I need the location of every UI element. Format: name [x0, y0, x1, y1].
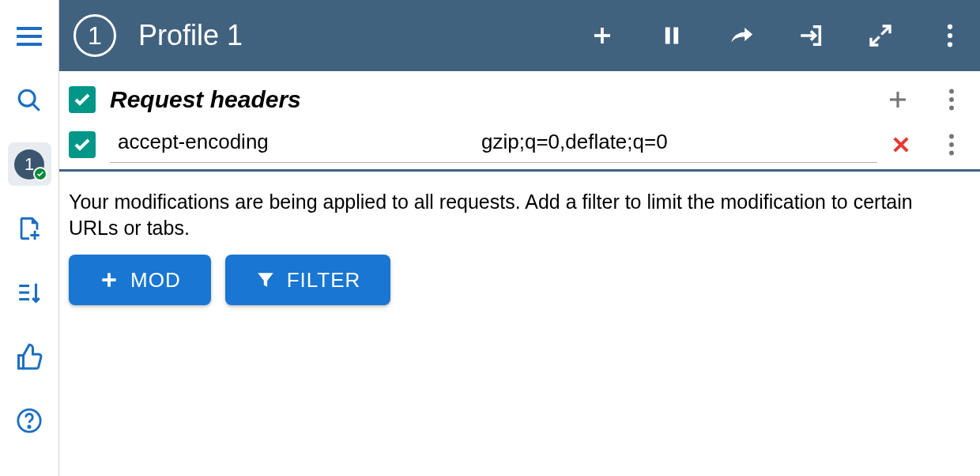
help-icon: [16, 407, 43, 434]
pause-icon: [661, 25, 683, 47]
profile-badge-number: 1: [24, 154, 34, 175]
check-badge-icon: [33, 167, 47, 181]
row-more-button[interactable]: [937, 130, 966, 159]
more-vertical-icon: [948, 134, 955, 156]
sidebar-add-file-button[interactable]: [8, 206, 51, 250]
svg-point-27: [949, 151, 954, 156]
header-more-button[interactable]: [934, 20, 966, 51]
section-more-button[interactable]: [937, 85, 966, 114]
main-content: 1 Profile 1: [59, 0, 980, 476]
profile-badge: 1: [14, 149, 44, 179]
row-delete-button[interactable]: [887, 130, 915, 159]
header-add-button[interactable]: [586, 20, 618, 51]
header-entry-row: [59, 122, 980, 169]
search-icon: [16, 87, 43, 114]
header-title: Profile 1: [138, 19, 586, 52]
sidebar-like-button[interactable]: [8, 334, 51, 378]
mod-button-label: MOD: [130, 268, 181, 293]
svg-rect-11: [673, 28, 678, 44]
header-profile-number-icon: 1: [74, 14, 116, 57]
file-add-icon: [16, 215, 43, 242]
filter-button-label: FILTER: [287, 268, 361, 293]
plus-icon: [886, 88, 910, 111]
sidebar: 1: [0, 0, 59, 476]
svg-point-21: [949, 97, 954, 102]
share-icon: [728, 22, 755, 49]
info-card: Your modifications are being applied to …: [59, 172, 980, 323]
header-pause-button[interactable]: [656, 20, 688, 51]
svg-point-17: [948, 42, 952, 47]
sidebar-help-button[interactable]: [8, 399, 51, 442]
svg-rect-10: [665, 28, 670, 44]
thumbs-up-icon: [15, 342, 43, 371]
header-entry-fields: [110, 127, 877, 163]
info-text: Your modifications are being applied to …: [69, 189, 966, 240]
add-mod-button[interactable]: MOD: [69, 255, 211, 305]
svg-line-1: [32, 104, 40, 111]
plus-icon: [590, 24, 614, 47]
close-icon: [890, 134, 912, 156]
info-button-row: MOD FILTER: [69, 255, 966, 305]
svg-point-22: [949, 106, 954, 111]
sidebar-menu-button[interactable]: [8, 14, 51, 58]
section-enable-checkbox[interactable]: [69, 86, 96, 113]
app-header: 1 Profile 1: [59, 0, 980, 71]
header-name-input[interactable]: [110, 127, 473, 157]
more-vertical-icon: [947, 24, 953, 47]
sidebar-sort-button[interactable]: [8, 270, 51, 314]
content-area: Request headers: [59, 71, 980, 476]
section-actions: [884, 85, 966, 114]
header-share-button[interactable]: [726, 20, 757, 51]
sort-icon: [16, 279, 43, 306]
row-enable-checkbox[interactable]: [69, 131, 96, 158]
header-import-button[interactable]: [795, 20, 827, 51]
hamburger-icon: [17, 27, 42, 46]
section-title: Request headers: [110, 86, 884, 113]
svg-point-16: [948, 33, 952, 38]
sidebar-profile-button[interactable]: 1: [8, 142, 51, 186]
header-fullscreen-button[interactable]: [865, 20, 896, 51]
check-icon: [73, 90, 92, 109]
svg-point-26: [949, 142, 954, 147]
import-icon: [797, 22, 824, 49]
sidebar-search-button[interactable]: [8, 78, 51, 122]
svg-point-25: [949, 134, 954, 139]
expand-icon: [868, 23, 893, 48]
section-header: Request headers: [59, 71, 980, 122]
svg-point-7: [28, 425, 30, 427]
check-icon: [73, 135, 92, 154]
add-filter-button[interactable]: FILTER: [225, 255, 391, 305]
header-actions: [586, 20, 966, 51]
row-actions: [887, 130, 966, 159]
section-add-button[interactable]: [884, 85, 912, 114]
header-value-input[interactable]: [473, 127, 877, 157]
plus-icon: [99, 270, 119, 290]
svg-point-20: [949, 89, 954, 94]
svg-point-15: [948, 25, 952, 29]
svg-point-0: [19, 90, 35, 106]
filter-icon: [255, 270, 276, 290]
header-profile-number: 1: [88, 21, 102, 51]
more-vertical-icon: [948, 89, 955, 111]
